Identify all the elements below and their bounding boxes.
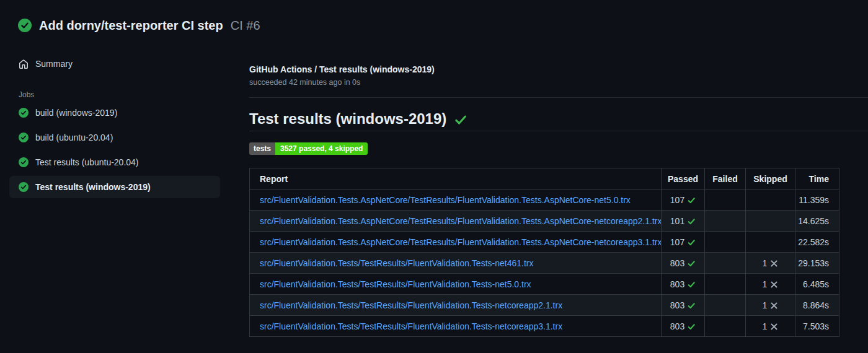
time-value: 22.582s [798,237,829,247]
run-number: CI #6 [231,19,260,32]
sidebar-jobs-heading: Jobs [19,90,249,99]
sidebar-job-item[interactable]: Test results (windows-2019) [9,176,220,198]
passed-count: 107 [670,195,684,205]
column-header-failed: Failed [705,168,746,190]
sidebar-summary-label: Summary [35,59,73,69]
check-icon [688,323,696,331]
check-icon [454,113,467,126]
time-value: 7.503s [803,321,829,331]
table-row: src/FluentValidation.Tests/TestResults/F… [250,316,839,337]
check-icon [688,217,696,225]
time-value: 29.153s [798,258,829,268]
check-icon [688,302,696,310]
check-icon [688,238,696,246]
table-row: src/FluentValidation.Tests/TestResults/F… [250,253,839,274]
passed-count: 803 [670,258,684,268]
skipped-count: 1 [763,279,768,289]
check-circle-icon [19,157,29,167]
check-circle-icon [19,182,29,192]
x-icon [770,302,778,310]
tests-badge: tests 3527 passed, 4 skipped [249,142,368,155]
skipped-count: 1 [763,258,768,268]
passed-count: 101 [670,216,684,226]
check-icon [688,281,696,289]
column-header-report: Report [250,168,662,190]
skipped-count: 1 [763,300,768,310]
table-row: src/FluentValidation.Tests.AspNetCore/Te… [250,190,839,211]
divider [249,97,868,98]
check-icon [688,259,696,268]
check-run-title: GitHub Actions / Test results (windows-2… [249,64,868,74]
sidebar: Summary Jobs build (windows-2019) build … [0,32,249,198]
time-value: 11.359s [799,195,829,205]
test-results-table: Report Passed Failed Skipped Time src/Fl… [249,168,839,337]
x-icon [770,281,778,289]
column-header-skipped: Skipped [746,168,795,190]
badge-label: tests [249,142,275,155]
job-item-label: Test results (ubuntu-20.04) [35,157,139,167]
table-row: src/FluentValidation.Tests.AspNetCore/Te… [250,211,839,232]
report-link[interactable]: src/FluentValidation.Tests/TestResults/F… [260,258,533,268]
sidebar-job-item[interactable]: build (ubuntu-20.04) [9,126,220,149]
report-link[interactable]: src/FluentValidation.Tests.AspNetCore/Te… [260,237,662,247]
check-circle-icon [19,108,29,118]
home-icon [19,59,29,69]
section-title-text: Test results (windows-2019) [249,110,446,128]
check-circle-icon [19,133,29,142]
table-header-row: Report Passed Failed Skipped Time [250,168,839,190]
section-title: Test results (windows-2019) [249,110,868,131]
job-item-label: Test results (windows-2019) [35,182,151,192]
table-row: src/FluentValidation.Tests.AspNetCore/Te… [250,232,839,253]
passed-count: 803 [670,321,684,331]
sidebar-job-item[interactable]: Test results (ubuntu-20.04) [9,151,220,173]
report-link[interactable]: src/FluentValidation.Tests.AspNetCore/Te… [260,216,662,226]
report-link[interactable]: src/FluentValidation.Tests/TestResults/F… [260,300,562,310]
table-row: src/FluentValidation.Tests/TestResults/F… [250,274,839,295]
report-link[interactable]: src/FluentValidation.Tests/TestResults/F… [260,321,562,331]
workflow-run-page: Add dorny/test-reporter CI step CI #6 Su… [0,0,868,353]
passed-count: 803 [670,279,684,289]
time-value: 6.485s [803,279,829,289]
check-circle-icon [18,19,32,32]
time-value: 14.625s [798,216,829,226]
passed-count: 107 [670,237,684,247]
x-icon [770,259,778,268]
job-item-label: build (windows-2019) [35,108,117,118]
x-icon [770,323,778,331]
check-icon [688,196,696,204]
main-content: GitHub Actions / Test results (windows-2… [249,32,868,337]
sidebar-item-summary[interactable]: Summary [19,54,249,74]
report-link[interactable]: src/FluentValidation.Tests.AspNetCore/Te… [260,195,631,205]
job-item-label: build (ubuntu-20.04) [35,133,113,142]
column-header-passed: Passed [662,168,705,190]
run-title: Add dorny/test-reporter CI step [39,19,223,32]
column-header-time: Time [795,168,839,190]
time-value: 8.864s [803,300,829,310]
badge-value: 3527 passed, 4 skipped [275,142,368,155]
table-row: src/FluentValidation.Tests/TestResults/F… [250,295,839,316]
run-header: Add dorny/test-reporter CI step CI #6 [0,0,868,32]
skipped-count: 1 [763,321,768,331]
check-run-status: succeeded 42 minutes ago in 0s [249,78,868,87]
report-link[interactable]: src/FluentValidation.Tests/TestResults/F… [260,279,531,289]
passed-count: 803 [670,300,684,310]
sidebar-job-item[interactable]: build (windows-2019) [9,102,220,124]
